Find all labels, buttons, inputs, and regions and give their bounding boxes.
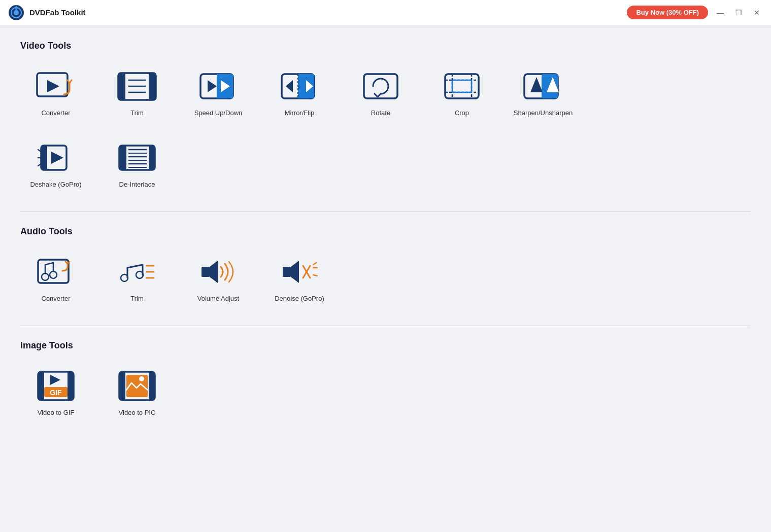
audio-tools-section: Audio Tools Con (20, 226, 751, 307)
tool-audio-trim-label: Trim (130, 295, 144, 302)
svg-line-65 (313, 263, 316, 265)
svg-rect-28 (452, 80, 472, 92)
audio-converter-icon (36, 254, 76, 290)
tool-video-mirror-label: Mirror/Flip (285, 109, 315, 117)
tool-video-crop[interactable]: Crop (426, 63, 497, 122)
tool-video-trim-label: Trim (130, 109, 144, 117)
divider-1 (20, 211, 751, 212)
svg-point-78 (139, 376, 144, 381)
tool-audio-volume[interactable]: Volume Adjust (183, 249, 254, 307)
buy-now-button[interactable]: Buy Now (30% OFF) (627, 6, 708, 19)
svg-rect-75 (119, 372, 125, 400)
tool-image-pic[interactable]: Video to PIC (102, 363, 173, 421)
svg-rect-40 (119, 146, 126, 170)
svg-marker-4 (47, 80, 59, 92)
app-logo-icon (8, 5, 24, 21)
audio-tools-title: Audio Tools (20, 226, 751, 237)
svg-marker-31 (530, 77, 543, 92)
tool-video-converter[interactable]: Converter (20, 63, 91, 122)
video-crop-icon (442, 68, 482, 104)
audio-tools-grid: Converter Trim (20, 249, 751, 307)
svg-text:GIF: GIF (50, 388, 62, 397)
svg-marker-73 (50, 375, 60, 385)
svg-rect-7 (149, 73, 156, 100)
tool-audio-converter[interactable]: Converter (20, 249, 91, 307)
svg-point-53 (50, 271, 57, 278)
svg-rect-41 (149, 146, 155, 170)
image-pic-icon (117, 368, 157, 404)
restore-button[interactable]: ❐ (732, 7, 745, 19)
tool-video-deinterlace-label: De-Interlace (119, 181, 155, 188)
divider-2 (20, 326, 751, 326)
image-tools-title: Image Tools (20, 340, 751, 351)
video-converter-icon (36, 68, 76, 104)
video-deinterlace-icon (117, 140, 157, 175)
svg-line-67 (313, 275, 317, 276)
svg-line-51 (45, 263, 53, 265)
tool-image-gif[interactable]: GIF Video to GIF (20, 363, 91, 421)
video-tools-section: Video Tools Converter (20, 41, 751, 193)
close-button[interactable]: ✕ (751, 7, 763, 19)
svg-rect-23 (445, 74, 479, 98)
video-sharpen-icon (523, 68, 563, 104)
audio-denoise-icon (279, 254, 320, 290)
svg-marker-14 (208, 80, 217, 92)
tool-audio-denoise-label: Denoise (GoPro) (275, 295, 324, 302)
tool-video-trim[interactable]: Trim (102, 63, 173, 122)
image-tools-grid: GIF Video to GIF (20, 363, 751, 421)
tool-video-deshake[interactable]: Deshake (GoPro) (20, 135, 91, 193)
tool-video-deinterlace[interactable]: De-Interlace (102, 135, 173, 193)
titlebar-left: DVDFab Toolkit (8, 5, 86, 21)
svg-point-49 (42, 273, 49, 280)
svg-rect-6 (118, 73, 125, 100)
video-trim-icon (117, 68, 157, 104)
tool-image-pic-label: Video to PIC (119, 409, 156, 416)
tool-video-speed-label: Speed Up/Down (194, 109, 243, 117)
tool-video-rotate[interactable]: Rotate (345, 63, 416, 122)
tool-image-gif-label: Video to GIF (38, 409, 75, 416)
svg-rect-61 (283, 267, 291, 277)
tool-video-crop-label: Crop (455, 109, 469, 117)
tool-video-rotate-label: Rotate (371, 109, 390, 117)
video-deshake-icon (36, 140, 76, 175)
svg-marker-35 (51, 152, 63, 164)
svg-marker-62 (291, 261, 299, 283)
titlebar-right: Buy Now (30% OFF) — ❐ ✕ (627, 6, 763, 19)
tool-video-speed[interactable]: Speed Up/Down (183, 63, 254, 122)
svg-rect-69 (38, 372, 44, 400)
svg-marker-60 (210, 261, 218, 283)
video-tools-grid: Converter Trim (20, 63, 751, 122)
tool-video-sharpen-label: Sharpen/Unsharpen (514, 109, 573, 117)
audio-volume-icon (198, 254, 239, 290)
tool-audio-volume-label: Volume Adjust (197, 295, 239, 302)
tool-audio-trim[interactable]: Trim (102, 249, 173, 307)
titlebar: DVDFab Toolkit Buy Now (30% OFF) — ❐ ✕ (0, 0, 771, 25)
svg-marker-20 (286, 80, 293, 92)
main-content: Video Tools Converter (0, 25, 771, 455)
video-tools-title: Video Tools (20, 41, 751, 51)
video-tools-grid-row2: Deshake (GoPro) (20, 135, 751, 193)
video-rotate-icon (360, 68, 401, 104)
video-mirror-icon (279, 68, 320, 104)
tool-video-deshake-label: Deshake (GoPro) (30, 181, 81, 188)
tool-video-sharpen[interactable]: Sharpen/Unsharpen (508, 63, 579, 122)
image-gif-icon: GIF (36, 368, 76, 404)
tool-audio-denoise[interactable]: Denoise (GoPro) (264, 249, 335, 307)
svg-rect-76 (149, 372, 155, 400)
video-speed-icon (198, 68, 239, 104)
svg-rect-59 (202, 267, 210, 277)
tool-video-converter-label: Converter (41, 109, 70, 117)
tool-video-mirror[interactable]: Mirror/Flip (264, 63, 335, 122)
svg-rect-70 (68, 372, 74, 400)
minimize-button[interactable]: — (714, 7, 726, 19)
tool-audio-converter-label: Converter (41, 295, 70, 302)
svg-rect-34 (41, 146, 47, 170)
audio-trim-icon (117, 254, 157, 290)
app-title: DVDFab Toolkit (29, 8, 86, 17)
image-tools-section: Image Tools GIF (20, 340, 751, 421)
